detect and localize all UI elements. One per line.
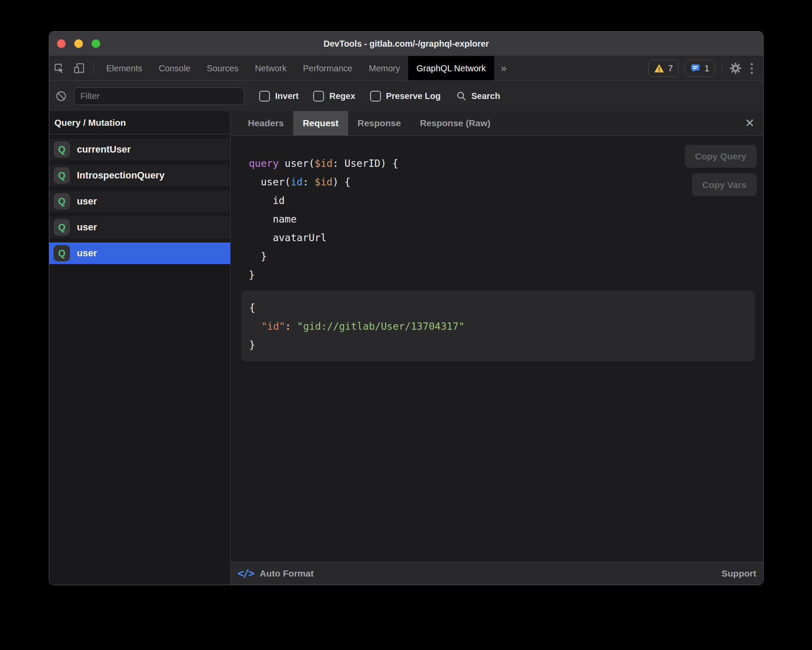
devtools-tab-graphql-network[interactable]: GraphQL Network <box>408 56 494 80</box>
filter-checkbox-group[interactable]: Preserve Log <box>370 91 441 102</box>
query-list-item-label: user <box>77 196 97 207</box>
code-line: query user($id: UserID) { <box>249 154 398 173</box>
code-line: name <box>249 210 398 229</box>
auto-format-button[interactable]: Auto Format <box>260 568 314 579</box>
close-window-button[interactable] <box>57 39 66 48</box>
block-icon <box>55 90 67 102</box>
query-list-item-label: currentUser <box>77 144 131 155</box>
code-line: } <box>249 336 755 354</box>
query-type-badge: Q <box>54 219 70 236</box>
code-line: user(id: $id) { <box>249 173 398 191</box>
query-list-item[interactable]: Q IntrospectionQuery <box>49 165 230 186</box>
close-detail-button[interactable]: ✕ <box>745 118 755 129</box>
detail-tab-response-raw-[interactable]: Response (Raw) <box>410 111 500 135</box>
devtools-tab-sources[interactable]: Sources <box>199 56 247 80</box>
query-list-item[interactable]: Q user <box>49 242 230 264</box>
more-tabs-button[interactable]: » <box>494 56 514 80</box>
checkbox[interactable] <box>370 91 381 102</box>
detail-footer: </> Auto Format Support <box>231 562 763 585</box>
checkbox-label: Invert <box>275 91 298 101</box>
checkbox[interactable] <box>313 91 324 102</box>
query-variables-box: { "id": "gid://gitlab/User/13704317"} <box>241 290 755 361</box>
warnings-badge[interactable]: 7 <box>648 60 679 77</box>
copy-vars-button[interactable]: Copy Vars <box>692 173 757 196</box>
query-list-panel: Query / Mutation Q currentUser Q Introsp… <box>49 111 231 585</box>
title-bar: DevTools - gitlab.com/-/graphql-explorer <box>49 32 763 56</box>
code-line: { <box>249 299 755 317</box>
devtools-tab-console[interactable]: Console <box>150 56 198 80</box>
query-list-item[interactable]: Q user <box>49 191 230 212</box>
filter-bar: Invert Regex Preserve Log Search <box>49 81 763 112</box>
toolbar-divider <box>722 63 722 74</box>
issue-count: 1 <box>704 64 709 73</box>
detail-tab-response[interactable]: Response <box>348 111 410 135</box>
devtools-tab-memory[interactable]: Memory <box>361 56 408 80</box>
detail-tab-bar: HeadersRequestResponseResponse (Raw) ✕ <box>231 111 763 136</box>
toolbar-right: 7 1 <box>648 56 763 80</box>
code-line: } <box>249 266 398 284</box>
zoom-window-button[interactable] <box>92 39 100 48</box>
clear-filter-button[interactable] <box>55 90 67 102</box>
window-title: DevTools - gitlab.com/-/graphql-explorer <box>49 39 763 49</box>
filter-input[interactable] <box>74 87 244 105</box>
inspect-cursor-icon <box>53 62 65 74</box>
filter-checkbox-group[interactable]: Regex <box>313 91 355 102</box>
copy-query-button[interactable]: Copy Query <box>685 145 757 168</box>
query-list: Q currentUser Q IntrospectionQuery Q use… <box>49 134 230 264</box>
support-link[interactable]: Support <box>722 568 756 579</box>
code-line: avatarUrl <box>249 229 398 247</box>
query-type-badge: Q <box>54 245 70 261</box>
message-icon <box>690 63 701 73</box>
devtools-tab-elements[interactable]: Elements <box>98 56 150 80</box>
search-label: Search <box>471 91 500 101</box>
devtools-tab-performance[interactable]: Performance <box>295 56 361 80</box>
query-list-item[interactable]: Q currentUser <box>49 139 230 160</box>
minimize-window-button[interactable] <box>74 39 83 48</box>
query-list-item-label: user <box>77 222 97 233</box>
query-type-badge: Q <box>54 167 70 184</box>
query-list-item-label: IntrospectionQuery <box>77 170 165 181</box>
checkbox-label: Preserve Log <box>386 91 441 101</box>
issues-badge[interactable]: 1 <box>685 60 715 77</box>
warning-icon <box>654 64 664 73</box>
filter-options: Invert Regex Preserve Log <box>244 91 441 102</box>
devtools-tab-bar: ElementsConsoleSourcesNetworkPerformance… <box>49 56 763 81</box>
search-icon <box>456 90 467 102</box>
code-line: "id": "gid://gitlab/User/13704317" <box>249 317 755 336</box>
desktop: { "window": { "title": "DevTools - gitla… <box>0 0 812 650</box>
graphql-query-code: query user($id: UserID) { user(id: $id) … <box>249 154 398 284</box>
traffic-lights <box>49 39 100 48</box>
query-list-item[interactable]: Q user <box>49 217 230 238</box>
devtools-tab-network[interactable]: Network <box>247 56 295 80</box>
query-type-badge: Q <box>54 193 70 210</box>
query-list-item-label: user <box>77 248 97 259</box>
warning-count: 7 <box>668 64 673 73</box>
devtools-window: DevTools - gitlab.com/-/graphql-explorer… <box>49 31 764 585</box>
filter-checkbox-group[interactable]: Invert <box>259 91 298 102</box>
detail-tab-headers[interactable]: Headers <box>238 111 293 135</box>
checkbox-label: Regex <box>329 91 355 101</box>
toolbar-divider <box>93 61 94 75</box>
settings-button[interactable] <box>729 62 742 75</box>
query-type-badge: Q <box>54 141 70 158</box>
detail-tab-request[interactable]: Request <box>293 111 348 135</box>
code-line: id <box>249 191 398 210</box>
query-list-header: Query / Mutation <box>49 111 230 134</box>
toggle-device-toolbar-button[interactable] <box>69 56 89 80</box>
detail-tabs: HeadersRequestResponseResponse (Raw) <box>238 111 500 135</box>
inspect-element-button[interactable] <box>49 56 69 80</box>
more-options-button[interactable] <box>748 63 755 74</box>
request-detail-panel: HeadersRequestResponseResponse (Raw) ✕ q… <box>231 111 763 585</box>
device-toolbar-icon <box>73 62 85 74</box>
panel-tabs: ElementsConsoleSourcesNetworkPerformance… <box>98 56 494 80</box>
main-content: Query / Mutation Q currentUser Q Introsp… <box>49 111 763 585</box>
search-button[interactable]: Search <box>456 90 500 102</box>
code-format-icon: </> <box>238 567 254 580</box>
gear-icon <box>729 62 742 75</box>
checkbox[interactable] <box>259 91 270 102</box>
code-line: } <box>249 247 398 266</box>
